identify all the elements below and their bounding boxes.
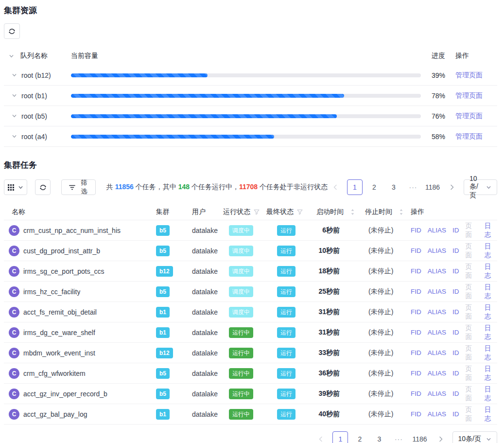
expand-chevron-icon[interactable]	[12, 113, 17, 119]
page-button-2[interactable]: 2	[352, 431, 367, 443]
start-time: 25秒前	[313, 287, 359, 296]
log-link[interactable]: 日志	[485, 324, 497, 341]
expand-chevron-icon[interactable]	[12, 93, 17, 98]
fid-link[interactable]: FID	[411, 390, 421, 397]
fid-link[interactable]: FID	[411, 267, 421, 275]
page-button-last[interactable]: 1186	[410, 431, 429, 443]
fid-link[interactable]: FID	[411, 288, 421, 295]
task-row: C crm_cust_np_acc_num_inst_his b5 datala…	[4, 220, 497, 241]
fid-link[interactable]: FID	[411, 410, 421, 418]
page-link[interactable]: 页面	[466, 344, 478, 362]
manage-page-link[interactable]: 管理页面	[455, 71, 483, 79]
alias-link[interactable]: ALIAS	[428, 370, 446, 377]
fid-link[interactable]: FID	[411, 308, 421, 316]
collapse-all-chevron-icon[interactable]	[9, 53, 14, 59]
alias-link[interactable]: ALIAS	[428, 288, 446, 295]
fid-link[interactable]: FID	[411, 227, 421, 234]
sort-carets-icon[interactable]	[399, 209, 403, 215]
id-link[interactable]: ID	[452, 329, 459, 336]
page-link[interactable]: 页面	[466, 263, 478, 280]
sort-carets-icon[interactable]	[350, 209, 355, 215]
page-ellipsis[interactable]: ···	[391, 431, 406, 443]
next-page-button[interactable]	[444, 179, 460, 195]
queue-table-header: 队列名称 当前容量 进度 操作	[4, 47, 497, 65]
log-link[interactable]: 日志	[485, 406, 497, 423]
alias-link[interactable]: ALIAS	[428, 308, 446, 316]
page-button-1[interactable]: 1	[332, 431, 348, 443]
page-link[interactable]: 页面	[466, 303, 478, 321]
alias-link[interactable]: ALIAS	[428, 349, 446, 356]
page-button-last[interactable]: 1186	[425, 179, 440, 195]
prev-page-button[interactable]	[313, 431, 329, 443]
layout-dropdown-button[interactable]	[4, 179, 27, 195]
id-link[interactable]: ID	[452, 410, 459, 418]
id-link[interactable]: ID	[452, 267, 459, 275]
queue-name: root (a4)	[21, 133, 47, 141]
actions-header: 操作	[405, 208, 497, 216]
expand-chevron-icon[interactable]	[12, 72, 17, 78]
expand-chevron-icon[interactable]	[12, 134, 17, 139]
id-link[interactable]: ID	[452, 349, 459, 356]
alias-link[interactable]: ALIAS	[428, 247, 446, 254]
fid-link[interactable]: FID	[411, 247, 421, 254]
final-status-badge: 运行	[277, 348, 295, 358]
fid-link[interactable]: FID	[411, 329, 421, 336]
manage-page-link[interactable]: 管理页面	[455, 112, 483, 120]
refresh-button[interactable]	[4, 23, 20, 39]
stop-time: (未停止)	[359, 226, 405, 235]
page-button-2[interactable]: 2	[366, 179, 382, 195]
filter-button[interactable]: 筛选	[61, 179, 96, 195]
alias-link[interactable]: ALIAS	[428, 227, 446, 234]
progress-percent: 76%	[422, 112, 449, 120]
alias-link[interactable]: ALIAS	[428, 267, 446, 275]
log-link[interactable]: 日志	[485, 263, 497, 280]
page-link[interactable]: 页面	[466, 365, 478, 382]
alias-link[interactable]: ALIAS	[428, 390, 446, 397]
page-link[interactable]: 页面	[466, 324, 478, 341]
id-link[interactable]: ID	[452, 390, 459, 397]
filter-funnel-icon[interactable]	[254, 209, 260, 215]
manage-page-link[interactable]: 管理页面	[455, 91, 483, 99]
page-button-3[interactable]: 3	[386, 179, 401, 195]
chevron-down-icon	[18, 185, 23, 190]
page-size-select[interactable]: 10条/页	[452, 431, 497, 443]
filter-funnel-icon[interactable]	[297, 209, 303, 215]
log-link[interactable]: 日志	[485, 242, 497, 260]
log-link[interactable]: 日志	[485, 344, 497, 362]
task-row: C acct_gz_bal_pay_log b1 datalake 运行中 运行…	[4, 404, 497, 425]
page-link[interactable]: 页面	[466, 222, 478, 239]
alias-link[interactable]: ALIAS	[428, 329, 446, 336]
task-name: irms_dg_ce_ware_shelf	[23, 329, 95, 337]
prev-page-button[interactable]	[328, 179, 343, 195]
run-status-badge: 调度中	[229, 246, 253, 256]
page-link[interactable]: 页面	[466, 283, 478, 301]
final-status-badge: 运行	[277, 307, 295, 318]
fid-link[interactable]: FID	[411, 349, 421, 356]
id-link[interactable]: ID	[452, 227, 459, 234]
log-link[interactable]: 日志	[485, 365, 497, 382]
page-ellipsis[interactable]: ···	[405, 179, 421, 195]
next-page-button[interactable]	[433, 431, 449, 443]
queue-table: 队列名称 当前容量 进度 操作 root (b12) 39% 管理页面	[4, 47, 497, 147]
run-status-badge: 运行中	[229, 368, 253, 379]
fid-link[interactable]: FID	[411, 370, 421, 377]
manage-page-link[interactable]: 管理页面	[455, 132, 483, 140]
log-link[interactable]: 日志	[485, 222, 497, 239]
id-link[interactable]: ID	[452, 288, 459, 295]
start-time: 18秒前	[313, 267, 359, 276]
page-size-select[interactable]: 10条/页	[464, 179, 497, 195]
id-link[interactable]: ID	[452, 370, 459, 377]
log-link[interactable]: 日志	[485, 303, 497, 321]
page-button-1[interactable]: 1	[347, 179, 363, 195]
log-link[interactable]: 日志	[485, 283, 497, 301]
page-link[interactable]: 页面	[466, 385, 478, 403]
page-link[interactable]: 页面	[466, 406, 478, 423]
page-button-3[interactable]: 3	[371, 431, 387, 443]
page-link[interactable]: 页面	[466, 242, 478, 260]
tasks-refresh-button[interactable]	[35, 179, 51, 195]
id-link[interactable]: ID	[452, 247, 459, 254]
id-link[interactable]: ID	[452, 308, 459, 316]
alias-link[interactable]: ALIAS	[428, 410, 446, 418]
log-link[interactable]: 日志	[485, 385, 497, 403]
start-time: 39秒前	[313, 390, 359, 398]
